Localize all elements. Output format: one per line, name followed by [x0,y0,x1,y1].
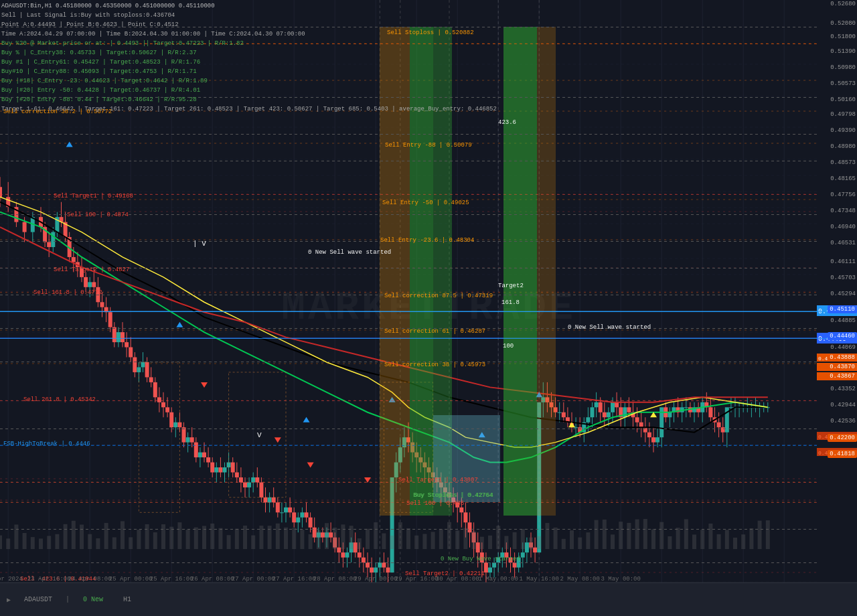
status-item-3: | [66,596,70,603]
chart-container: MARKETTRADE ADAUSDT:Bin,H1 0.45180000 0.… [0,0,857,616]
status-item-1: ▶ [7,596,11,604]
watermark: MARKETTRADE [281,285,576,331]
status-bar: ▶ ADAUSDT | 0 New H1 [0,583,857,616]
status-item-2: ADAUSDT [24,596,52,603]
current-price-line [0,311,857,312]
status-0-new: 0 New [83,596,103,603]
status-item-4: H1 [123,596,131,603]
price-line-2 [0,338,857,339]
